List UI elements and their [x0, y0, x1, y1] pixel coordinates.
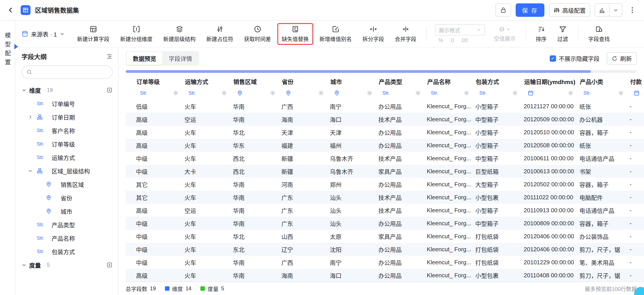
table-cell[interactable]: 中级	[132, 154, 180, 163]
split-field-button[interactable]: 拆分字段	[358, 23, 389, 45]
gear-icon[interactable]	[643, 90, 644, 96]
table-cell[interactable]: 20111022 00:00:00	[519, 194, 575, 201]
table-cell[interactable]: Kleencut_ Forg...	[422, 181, 471, 188]
back-button[interactable]	[6, 5, 16, 15]
new-hierarchy-button[interactable]: 新建层级结构	[159, 23, 200, 45]
table-cell[interactable]: 20120510 00:00:00	[519, 129, 575, 136]
missing-value-replace-button[interactable]: 缺失值替换	[277, 23, 313, 45]
table-cell[interactable]: 办公用品	[374, 219, 422, 228]
advanced-config-button[interactable]: 高级配置	[549, 3, 590, 17]
table-cell[interactable]: -	[625, 103, 644, 110]
table-cell[interactable]: 广西	[277, 102, 325, 110]
table-cell[interactable]: -	[625, 142, 644, 149]
save-button[interactable]: 保 存	[516, 3, 544, 17]
chart-type-button[interactable]	[595, 3, 622, 17]
dimension-field-item[interactable]: 区域_层级结构	[22, 164, 113, 178]
table-cell[interactable]: -	[625, 259, 644, 266]
dimension-field-item[interactable]: 省份	[22, 191, 113, 204]
table-cell[interactable]: Kleencut_ Forg...	[422, 129, 471, 136]
gear-icon[interactable]	[221, 90, 227, 96]
table-cell[interactable]: 电脑配件	[575, 193, 625, 202]
table-cell[interactable]: 火车	[180, 219, 228, 228]
table-cell[interactable]: 其它	[132, 180, 180, 189]
table-cell[interactable]: 小型箱子	[471, 206, 519, 215]
table-cell[interactable]: 20120509 00:00:00	[519, 116, 575, 123]
table-cell[interactable]: 小型包裹	[471, 193, 519, 202]
chevron-down-icon[interactable]	[610, 4, 622, 16]
add-dimension-icon[interactable]	[106, 87, 113, 93]
table-cell[interactable]: 中级	[132, 167, 180, 176]
table-cell[interactable]: 纸张	[575, 141, 625, 150]
table-cell[interactable]: 火车	[180, 245, 228, 254]
dimension-field-item[interactable]: Str.客户名称	[22, 124, 113, 137]
table-cell[interactable]: 20100613 00:00:00	[519, 168, 575, 175]
table-cell[interactable]: Kleencut_ Forg...	[422, 168, 471, 175]
column-header[interactable]: 产品名称	[423, 75, 471, 86]
table-cell[interactable]: 容器，箱子	[575, 219, 625, 228]
table-cell[interactable]: 空运	[180, 206, 228, 215]
table-cell[interactable]: 乌鲁木齐	[325, 167, 374, 176]
table-cell[interactable]: 办公用品	[374, 271, 422, 280]
field-search-button[interactable]: 字段查找	[584, 23, 614, 45]
field-search-input[interactable]	[22, 65, 113, 79]
table-cell[interactable]: 华南	[228, 102, 277, 110]
table-cell[interactable]: -	[625, 233, 644, 240]
table-cell[interactable]: 中型箱子	[471, 219, 519, 228]
table-cell[interactable]: 巨型纸箱	[471, 167, 519, 176]
table-cell[interactable]: 华南	[228, 271, 277, 280]
table-cell[interactable]: 20120502 00:00:00	[519, 181, 575, 188]
table-cell[interactable]: 技术产品	[374, 115, 422, 123]
table-cell[interactable]: 20120406 00:00:00	[519, 233, 575, 240]
table-cell[interactable]: 高级	[132, 128, 180, 137]
table-cell[interactable]: 空运	[180, 115, 228, 123]
display-format-select[interactable]: 展示格式	[435, 24, 485, 35]
table-cell[interactable]: 海南	[277, 271, 325, 280]
new-placeholder-button[interactable]: 新建占位符	[202, 23, 238, 45]
table-cell[interactable]: 火车	[180, 141, 228, 150]
more-menu-button[interactable]	[627, 5, 638, 15]
table-cell[interactable]: 剪刀，尺子，锯	[575, 271, 625, 280]
table-cell[interactable]: 华南	[228, 180, 277, 189]
percent-format-button[interactable]: %	[438, 37, 443, 43]
table-cell[interactable]: 高级	[132, 141, 180, 150]
table-cell[interactable]: -	[625, 168, 644, 175]
table-cell[interactable]: Kleencut_ Forg...	[422, 233, 471, 240]
column-header[interactable]: 省份	[277, 75, 326, 86]
table-cell[interactable]: 高级	[132, 206, 180, 215]
table-cell[interactable]: 南宁	[325, 258, 374, 267]
table-cell[interactable]: 办公用品	[374, 245, 422, 254]
add-decimal-button[interactable]: .0	[450, 37, 454, 43]
table-cell[interactable]: 华南	[228, 193, 277, 202]
gear-icon[interactable]	[173, 90, 178, 96]
dimension-field-item[interactable]: Str.订单编号	[22, 97, 113, 110]
table-cell[interactable]: 东北	[228, 245, 277, 254]
table-cell[interactable]: 中型箱子	[471, 115, 519, 123]
column-header[interactable]: 订单等级	[132, 75, 180, 86]
table-cell[interactable]: 火车	[180, 232, 228, 241]
table-cell[interactable]: 剪刀，尺子，锯	[575, 245, 625, 254]
gear-icon[interactable]	[512, 90, 518, 96]
column-header[interactable]: 城市	[326, 75, 374, 86]
table-cell[interactable]: 华南	[228, 206, 277, 215]
add-two-decimal-button[interactable]: .00	[460, 37, 468, 43]
table-cell[interactable]: 火车	[180, 128, 228, 137]
table-cell[interactable]: 20110913 00:00:00	[519, 207, 575, 214]
table-cell[interactable]: 华东	[228, 141, 277, 150]
dimension-field-item[interactable]: Str.产品类型	[22, 218, 113, 231]
gear-icon[interactable]	[270, 90, 276, 96]
table-cell[interactable]: 西北	[228, 154, 277, 163]
gear-icon[interactable]	[367, 90, 372, 96]
table-cell[interactable]: -	[625, 116, 644, 123]
table-cell[interactable]: 办公用品	[374, 128, 422, 137]
table-cell[interactable]: Kleencut_ Forg...	[422, 220, 471, 227]
table-cell[interactable]: 河南	[277, 180, 325, 189]
column-header[interactable]: 运输方式	[180, 75, 229, 86]
table-cell[interactable]: Kleencut_ Forg...	[422, 272, 471, 279]
table-cell[interactable]: 打包纸袋	[471, 245, 519, 254]
table-cell[interactable]: 南宁	[325, 102, 374, 110]
table-cell[interactable]: 汕头	[325, 193, 374, 202]
table-cell[interactable]: 小型箱子	[471, 128, 519, 137]
add-value-alias-button[interactable]: 新增维值别名	[315, 23, 356, 45]
column-header[interactable]: 销售区域	[229, 75, 277, 86]
table-cell[interactable]: 火车	[180, 154, 228, 163]
